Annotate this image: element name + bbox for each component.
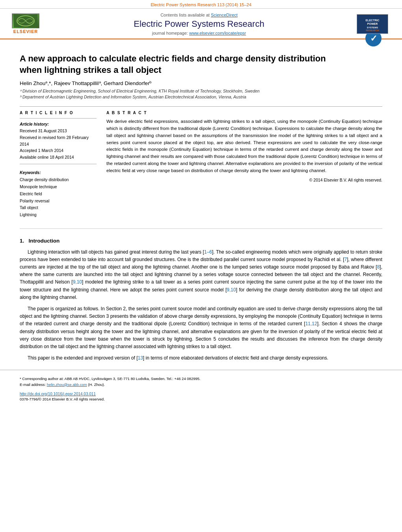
keyword-1: Charge density distribution xyxy=(20,176,97,184)
abstract-label: A B S T R A C T xyxy=(106,111,382,115)
journal-citation: Electric Power Systems Research 113 (201… xyxy=(151,2,251,7)
ref-7: 7 xyxy=(344,257,347,262)
accepted-date: Accepted 1 March 2014 xyxy=(20,147,97,154)
divider-2 xyxy=(20,164,97,164)
svg-text:POWER: POWER xyxy=(367,22,378,25)
section-title: Introduction xyxy=(29,238,60,244)
footnote-corresponding: * Corresponding author at: ABB AB HVDC, … xyxy=(20,376,382,382)
page: Electric Power Systems Research 113 (201… xyxy=(0,0,402,532)
affiliation-b: ᵇ Department of Austrian Lightning Detec… xyxy=(20,94,382,100)
keywords-title: Keywords: xyxy=(20,170,97,175)
keyword-5: Tall object xyxy=(20,204,97,211)
article-title: A new approach to calculate electric fie… xyxy=(20,53,327,76)
journal-header: ELSEVIER Contents lists available at Sci… xyxy=(0,9,402,39)
doi-link[interactable]: http://dx.doi.org/10.1016/j.epsr.2014.03… xyxy=(20,392,96,396)
keyword-3: Electric field xyxy=(20,191,97,198)
article-content: ✓ A new approach to calculate electric f… xyxy=(0,39,402,226)
section-divider xyxy=(20,228,382,229)
journal-name: Electric Power Systems Research xyxy=(51,19,347,29)
abstract-text: We derive electric field expressions, as… xyxy=(106,118,382,174)
homepage-link[interactable]: www.elsevier.com/locate/epsr xyxy=(189,31,246,35)
footer: * Corresponding author at: ABB AB HVDC, … xyxy=(0,370,402,405)
email-link[interactable]: helin.zhou@se.abb.com xyxy=(47,382,87,387)
revised-date: Received in revised form 28 February 201… xyxy=(20,134,97,148)
body-content: 1. Introduction Lightning interaction wi… xyxy=(0,237,402,362)
intro-paragraph-1: Lightning interaction with tall objects … xyxy=(20,248,382,301)
ref-13: 13 xyxy=(138,355,143,361)
ref-9-10: 9,10 xyxy=(73,279,82,285)
intro-paragraph-3: This paper is the extended and improved … xyxy=(20,354,382,362)
homepage-info: journal homepage: www.elsevier.com/locat… xyxy=(51,31,347,35)
keywords-section: Keywords: Charge density distribution Mo… xyxy=(20,170,97,219)
article-info-col: A R T I C L E I N F O Article history: R… xyxy=(20,111,97,219)
article-info-abstract: A R T I C L E I N F O Article history: R… xyxy=(20,106,382,219)
keywords-list: Charge density distribution Monopole tec… xyxy=(20,176,97,219)
keyword-2: Monopole technique xyxy=(20,184,97,191)
keyword-4: Polarity reversal xyxy=(20,198,97,205)
elsevier-graphic xyxy=(12,13,39,28)
footnote-star-label: * Corresponding author at: ABB AB HVDC, … xyxy=(20,376,201,381)
svg-text:ELECTRIC: ELECTRIC xyxy=(366,19,380,22)
section-number: 1. xyxy=(20,238,24,244)
divider-1 xyxy=(20,118,97,119)
article-history: Article history: Received 31 August 2013… xyxy=(20,122,97,161)
issn-line: 0378-7796/© 2014 Elsevier B.V. All right… xyxy=(20,397,382,401)
epsr-logo: ELECTRIC POWER SYSTEMS RESEARCH xyxy=(357,14,388,34)
svg-text:✓: ✓ xyxy=(370,33,377,43)
ref-8: 8 xyxy=(377,264,380,270)
epsr-logo-container: ELECTRIC POWER SYSTEMS RESEARCH xyxy=(355,13,390,35)
journal-citation-bar: Electric Power Systems Research 113 (201… xyxy=(0,0,402,9)
journal-title-center: Contents lists available at ScienceDirec… xyxy=(43,13,355,35)
ref-1-6: 1–6 xyxy=(204,249,212,255)
footnote-email: E-mail address: helin.zhou@se.abb.com (H… xyxy=(20,382,382,387)
ref-11-12: 11,12 xyxy=(305,321,317,326)
copyright: © 2014 Elsevier B.V. All rights reserved… xyxy=(106,178,382,182)
svg-text:RESEARCH: RESEARCH xyxy=(366,29,379,31)
received-date: Received 31 August 2013 xyxy=(20,128,97,134)
email-note: (H. Zhou). xyxy=(88,382,105,387)
svg-text:SYSTEMS: SYSTEMS xyxy=(367,26,378,29)
elsevier-logo: ELSEVIER xyxy=(8,13,43,35)
intro-heading: 1. Introduction xyxy=(20,237,382,245)
ref-9-10b: 9,10 xyxy=(227,287,236,293)
authors: Helin Zhouᵃ,*, Rajeev Thottappillilᵃ, Ge… xyxy=(20,80,382,86)
elsevier-label: ELSEVIER xyxy=(13,29,38,34)
keyword-6: Lightning xyxy=(20,211,97,219)
abstract-col: A B S T R A C T We derive electric field… xyxy=(106,111,382,219)
intro-paragraph-2: The paper is organized as follows. In Se… xyxy=(20,305,382,350)
email-label: E-mail address: xyxy=(20,382,46,387)
history-title: Article history: xyxy=(20,122,97,126)
author-names: Helin Zhouᵃ,*, Rajeev Thottappillilᵃ, Ge… xyxy=(20,80,152,86)
affiliation-a: ᵃ Division of Electromagnetic Engineerin… xyxy=(20,88,382,95)
contents-available: Contents lists available at ScienceDirec… xyxy=(51,13,347,17)
sciencedirect-link[interactable]: ScienceDirect xyxy=(211,13,238,17)
article-info-label: A R T I C L E I N F O xyxy=(20,111,97,115)
affiliations: ᵃ Division of Electromagnetic Engineerin… xyxy=(20,88,382,101)
available-date: Available online 18 April 2014 xyxy=(20,154,97,161)
